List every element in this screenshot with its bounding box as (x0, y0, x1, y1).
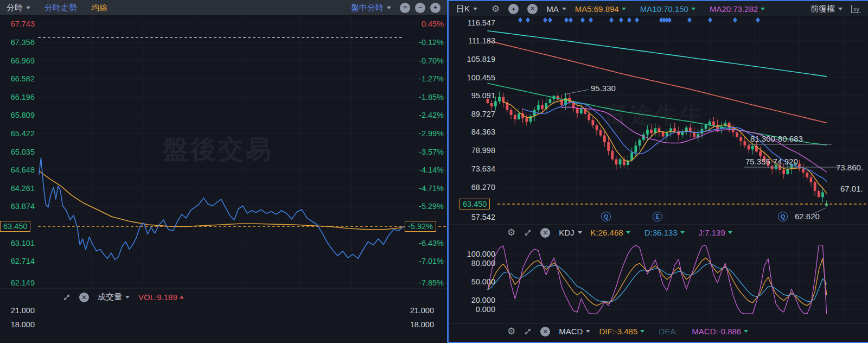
price-axis-label: 63.101 (0, 239, 35, 247)
macd-toolbar: ⚙ ✕ MACD DIF:-3.485 DEA: MACD:-0.886 (449, 325, 868, 338)
annotation-range: 81.300-80.683 (750, 134, 803, 143)
pct-axis-label: -1.85% (406, 93, 444, 101)
intraday-series (39, 158, 403, 260)
kdj-lines (488, 245, 827, 314)
volume-indicator-selector[interactable]: 成交量 (98, 292, 130, 302)
expand-icon[interactable] (63, 294, 71, 301)
pct-axis-label: -7.85% (406, 278, 444, 287)
vol-axis-label: 18.000 (0, 320, 35, 329)
kdj-axis-label: 80.000 (454, 259, 495, 268)
candlesticks (487, 92, 828, 207)
ma20-legend[interactable]: MA20:73.282 (710, 4, 765, 14)
gear-icon[interactable]: ⚙ (507, 227, 515, 238)
expand-icon[interactable] (524, 229, 532, 237)
ma10-legend[interactable]: MA10:70.150 (640, 4, 695, 14)
volume-row: ✕ 成交量 VOL:9.189 (0, 290, 447, 304)
close-icon[interactable]: ✕ (540, 228, 550, 238)
close-icon[interactable]: ✕ (527, 4, 538, 14)
pct-axis-label: 0.45% (406, 20, 444, 28)
chevron-down-icon (26, 7, 30, 9)
chevron-down-icon (562, 8, 566, 10)
daily-k-panel[interactable]: 日K ⚙ ▲ ✕ MA MA5:69.894 MA10:70.150 MA20:… (447, 0, 868, 343)
kdj-indicator-selector[interactable]: KDJ (559, 228, 582, 237)
macd-value-legend[interactable]: MACD:-0.886 (692, 327, 748, 336)
down-triangle-icon (691, 8, 695, 10)
kdj-toolbar: ⚙ ✕ KDJ K:26.468 D:36.133 J:7.139 (449, 226, 868, 239)
price-axis-label: 67.743 (0, 20, 35, 28)
kdj-d-legend[interactable]: D:36.133 (644, 228, 685, 237)
kdj-axis-label: 50.000 (454, 277, 495, 286)
period-selector[interactable]: 分時 (7, 3, 30, 13)
price-axis-label: 65.035 (0, 148, 35, 156)
vol-axis-label: 18.000 (388, 320, 434, 329)
current-pct-tag: -5.92% (405, 221, 436, 232)
macd-dea-legend[interactable]: DEA: (659, 327, 678, 336)
price-axis-label: 57.542 (457, 213, 495, 221)
pct-axis-label: -0.12% (406, 38, 444, 47)
collapse-up-button[interactable]: ▲ (508, 4, 519, 14)
daily-chart-canvas[interactable] (449, 1, 868, 342)
axis-settings-icon[interactable]: xy (851, 5, 860, 13)
ma-group-selector[interactable]: MA (546, 4, 566, 14)
tab-intraday-trend[interactable]: 分時走勢 (44, 3, 77, 13)
chevron-down-icon (586, 330, 590, 333)
kdj-k-legend[interactable]: K:26.468 (591, 228, 630, 237)
intraday-toolbar: 分時 分時走勢 均線 盤中分時 ≡ − + (0, 0, 447, 15)
macd-indicator-selector[interactable]: MACD (559, 327, 590, 336)
zoom-in-button[interactable]: + (430, 3, 441, 13)
gear-icon[interactable]: ⚙ (507, 326, 515, 337)
down-triangle-icon (744, 330, 748, 333)
pct-axis-label: -2.42% (406, 111, 444, 119)
indicator-list-button[interactable]: ≡ (400, 3, 410, 13)
current-price-tag: 63.450 (0, 221, 30, 232)
pct-axis-label: -6.43% (406, 239, 444, 247)
price-axis-label: 67.356 (0, 38, 35, 47)
price-axis-label: 84.363 (457, 128, 495, 136)
down-triangle-icon (640, 330, 644, 333)
pct-axis-label: -4.71% (406, 184, 444, 193)
down-triangle-icon (680, 231, 685, 234)
annotation-swing-low: 62.620 (795, 212, 820, 221)
event-marker-q[interactable]: Q (601, 212, 611, 221)
price-axis-label: 78.998 (457, 146, 495, 155)
annotation-range: 73.860. (836, 163, 863, 172)
ma5-legend[interactable]: MA5:69.894 (575, 4, 626, 14)
pct-axis-label: -7.01% (406, 257, 444, 265)
chevron-down-icon (838, 8, 843, 10)
zoom-out-button[interactable]: − (415, 3, 425, 13)
event-marker-e[interactable]: E (653, 212, 662, 221)
price-axis-label: 66.969 (0, 56, 35, 65)
price-axis-label: 111.183 (457, 36, 495, 45)
up-triangle-icon (180, 296, 184, 298)
price-axis-label: 64.648 (0, 166, 35, 174)
price-axis-label: 66.196 (0, 93, 35, 101)
price-axis-label: 100.455 (457, 73, 495, 82)
price-axis-label: 65.809 (0, 111, 35, 119)
gear-icon[interactable]: ⚙ (492, 3, 500, 15)
intraday-panel[interactable]: 分時 分時走勢 均線 盤中分時 ≡ − + 盤後交易 ✕ 成交量 VOL:9.1… (0, 0, 447, 343)
kdj-j-legend[interactable]: J:7.139 (699, 228, 732, 237)
close-icon[interactable]: ✕ (79, 293, 89, 302)
event-marker-q[interactable]: Q (778, 212, 788, 221)
price-axis-label: 65.422 (0, 129, 35, 138)
tab-moving-average[interactable]: 均線 (91, 3, 107, 13)
price-axis-label: 63.874 (0, 202, 35, 211)
expand-icon[interactable] (524, 328, 532, 335)
macd-dif-legend[interactable]: DIF:-3.485 (599, 327, 644, 336)
event-diamond-markers (518, 17, 760, 23)
pct-axis-label: -1.27% (406, 74, 444, 83)
chevron-down-icon (473, 8, 477, 10)
vol-axis-label: 21.000 (388, 306, 434, 315)
price-axis-label: 62.149 (0, 278, 35, 287)
period-selector[interactable]: 日K (456, 4, 477, 14)
gridlines (0, 15, 447, 304)
session-selector[interactable]: 盤中分時 (351, 3, 391, 13)
down-triangle-icon (728, 231, 732, 234)
close-icon[interactable]: ✕ (540, 327, 550, 336)
kdj-axis-label: 20.000 (454, 296, 495, 304)
price-axis-label: 89.727 (457, 110, 495, 118)
price-axis-label: 68.270 (457, 183, 495, 192)
adjust-type-selector[interactable]: 前復權 (810, 4, 843, 14)
pct-axis-label: -5.29% (406, 202, 444, 211)
kdj-axis-label: 100.000 (454, 250, 495, 258)
